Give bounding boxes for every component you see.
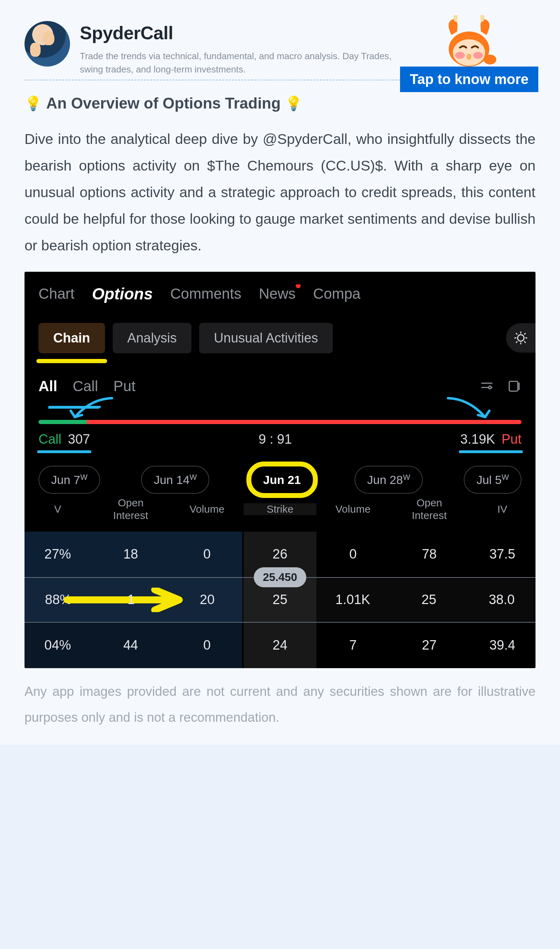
cell: 0 xyxy=(171,638,244,653)
expiry-chip[interactable]: Jun 14W xyxy=(141,466,209,494)
col-vol-right: Volume xyxy=(316,503,389,515)
svg-line-14 xyxy=(524,333,526,334)
tab-chart[interactable]: Chart xyxy=(38,285,75,302)
expiry-chip[interactable]: Jun 28W xyxy=(355,466,423,494)
subtab-unusual[interactable]: Unusual Activities xyxy=(199,323,333,353)
svg-point-17 xyxy=(489,386,491,389)
tab-company[interactable]: Compa xyxy=(313,285,360,302)
cell: 18 xyxy=(91,547,171,562)
table-header: V OpenInterest Volume Strike Volume Open… xyxy=(25,494,535,532)
tab-news[interactable]: News xyxy=(259,285,296,302)
ratio-put-count: 3.19K xyxy=(460,432,495,447)
sub-tab-bar: Chain Analysis Unusual Activities xyxy=(38,323,522,353)
ratio-labels: Call 307 9 : 91 3.19K Put xyxy=(38,432,522,447)
ratio-put-label: 3.19K Put xyxy=(460,432,522,447)
tab-comments[interactable]: Comments xyxy=(170,285,241,302)
cell: 78 xyxy=(389,547,469,562)
expiry-chip-row: Jun 7W Jun 14W Jun 21 Jun 28W Jul 5W xyxy=(38,466,522,494)
ratio-call-label: Call 307 xyxy=(38,432,90,447)
call-put-ratio: Call 307 9 : 91 3.19K Put xyxy=(38,420,522,447)
ratio-call-text: Call xyxy=(38,432,61,447)
svg-line-11 xyxy=(516,333,517,334)
section-title: 💡 An Overview of Options Trading 💡 xyxy=(25,94,535,112)
view-controls xyxy=(480,379,522,394)
author-avatar[interactable] xyxy=(25,21,70,66)
mascot-cta-group: Tap to know more xyxy=(400,11,538,92)
annotation-arrow-right xyxy=(445,395,494,424)
top-tab-bar: Chart Options Comments News Compa xyxy=(38,284,522,303)
mascot-illustration xyxy=(441,11,497,70)
bulb-icon: 💡 xyxy=(285,95,302,112)
filter-call[interactable]: Call xyxy=(73,378,98,394)
cell: 1 xyxy=(91,592,171,607)
svg-point-5 xyxy=(484,55,496,65)
cell: 27 xyxy=(389,638,469,653)
filter-put[interactable]: Put xyxy=(114,378,135,394)
author-text-block: SpyderCall Trade the trends via technica… xyxy=(80,21,395,76)
cell: 37.5 xyxy=(469,547,535,562)
idea-bulb-button[interactable] xyxy=(506,323,535,353)
table-row[interactable]: 04% 44 0 24 7 27 39.4 xyxy=(25,622,535,668)
cell: 27% xyxy=(25,547,91,562)
cell: 04% xyxy=(25,638,91,653)
svg-line-12 xyxy=(524,341,526,343)
settings-lines-icon[interactable] xyxy=(480,379,494,394)
app-screenshot: Chart Options Comments News Compa Chain … xyxy=(25,272,535,668)
ratio-put-text: Put xyxy=(502,432,522,447)
col-iv-left: V xyxy=(25,503,91,515)
svg-point-2 xyxy=(455,52,465,59)
disclaimer-text: Any app images provided are not current … xyxy=(25,679,535,730)
current-price-tag: 25.450 xyxy=(254,567,306,587)
col-vol-left: Volume xyxy=(171,503,244,515)
author-bio: Trade the trends via technical, fundamen… xyxy=(80,50,395,76)
author-header: SpyderCall Trade the trends via technica… xyxy=(25,21,535,76)
col-strike: Strike xyxy=(244,503,317,515)
expiry-chip[interactable]: Jun 7W xyxy=(38,466,100,494)
cell: 0 xyxy=(316,547,389,562)
cell: 39.4 xyxy=(469,638,535,653)
svg-point-4 xyxy=(466,54,471,60)
filter-all[interactable]: All xyxy=(38,378,57,394)
svg-line-13 xyxy=(516,341,517,343)
author-name[interactable]: SpyderCall xyxy=(80,22,395,43)
ratio-mid: 9 : 91 xyxy=(258,432,292,447)
cell: 25 xyxy=(389,592,469,607)
expiry-chip-selected[interactable]: Jun 21 xyxy=(251,466,314,494)
cell: 1.01K xyxy=(316,592,389,607)
cell: 44 xyxy=(91,638,171,653)
tab-options[interactable]: Options xyxy=(92,284,153,303)
svg-point-6 xyxy=(518,335,524,341)
svg-point-3 xyxy=(473,52,483,59)
cell-strike: 24 xyxy=(244,622,317,668)
subtab-analysis[interactable]: Analysis xyxy=(113,323,192,353)
ratio-call-count: 307 xyxy=(68,432,90,447)
annotation-arrow-left xyxy=(66,395,115,424)
expiry-chip[interactable]: Jul 5W xyxy=(464,466,522,494)
col-iv-right: IV xyxy=(469,503,535,515)
col-oi-right: OpenInterest xyxy=(389,496,469,522)
article-body: Dive into the analytical deep dive by @S… xyxy=(25,126,535,259)
cell: 38.0 xyxy=(469,592,535,607)
cell: 0 xyxy=(171,547,244,562)
cta-button[interactable]: Tap to know more xyxy=(400,66,538,92)
col-oi-left: OpenInterest xyxy=(91,496,171,522)
article-card: SpyderCall Trade the trends via technica… xyxy=(0,0,560,744)
option-chain-table: V OpenInterest Volume Strike Volume Open… xyxy=(25,494,535,668)
table-row-selected[interactable]: 25.450 88% 1 20 25 1.01K 25 38.0 xyxy=(25,577,535,622)
svg-rect-18 xyxy=(509,381,518,391)
subtab-chain[interactable]: Chain xyxy=(38,323,105,353)
filter-row: All Call Put xyxy=(38,378,522,394)
cell: 7 xyxy=(316,638,389,653)
layout-icon[interactable] xyxy=(507,379,522,394)
bulb-icon: 💡 xyxy=(25,95,42,112)
section-title-text: An Overview of Options Trading xyxy=(46,94,281,112)
